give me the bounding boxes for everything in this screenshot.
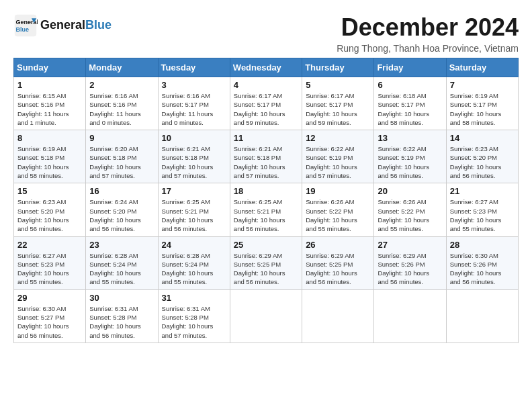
weekday-header-monday: Monday: [86, 58, 158, 77]
day-info: Sunrise: 6:19 AM Sunset: 5:17 PM Dayligh…: [450, 91, 515, 127]
day-number: 1: [17, 80, 82, 90]
day-number: 27: [378, 240, 442, 250]
day-info: Sunrise: 6:25 AM Sunset: 5:21 PM Dayligh…: [162, 197, 226, 233]
day-number: 21: [450, 186, 515, 196]
day-number: 9: [89, 133, 154, 143]
day-number: 7: [450, 80, 515, 90]
day-cell: 6Sunrise: 6:18 AM Sunset: 5:17 PM Daylig…: [374, 77, 446, 130]
day-number: 2: [89, 80, 154, 90]
day-info: Sunrise: 6:25 AM Sunset: 5:21 PM Dayligh…: [234, 197, 298, 233]
day-info: Sunrise: 6:22 AM Sunset: 5:19 PM Dayligh…: [306, 144, 370, 180]
weekday-header-row: SundayMondayTuesdayWednesdayThursdayFrid…: [14, 58, 519, 77]
day-info: Sunrise: 6:24 AM Sunset: 5:20 PM Dayligh…: [89, 197, 154, 233]
day-cell: 26Sunrise: 6:29 AM Sunset: 5:25 PM Dayli…: [302, 236, 374, 289]
day-cell: 19Sunrise: 6:26 AM Sunset: 5:22 PM Dayli…: [302, 183, 374, 236]
day-info: Sunrise: 6:17 AM Sunset: 5:17 PM Dayligh…: [306, 91, 370, 127]
day-number: 8: [17, 133, 82, 143]
day-cell: 4Sunrise: 6:17 AM Sunset: 5:17 PM Daylig…: [230, 77, 302, 130]
day-cell: [446, 289, 518, 342]
day-info: Sunrise: 6:31 AM Sunset: 5:28 PM Dayligh…: [89, 304, 154, 340]
day-info: Sunrise: 6:16 AM Sunset: 5:16 PM Dayligh…: [89, 91, 154, 127]
day-cell: 31Sunrise: 6:31 AM Sunset: 5:28 PM Dayli…: [158, 289, 230, 342]
day-cell: 3Sunrise: 6:16 AM Sunset: 5:17 PM Daylig…: [158, 77, 230, 130]
day-info: Sunrise: 6:26 AM Sunset: 5:22 PM Dayligh…: [306, 197, 370, 233]
day-info: Sunrise: 6:15 AM Sunset: 5:16 PM Dayligh…: [17, 91, 82, 127]
day-number: 18: [234, 186, 298, 196]
weekday-header-saturday: Saturday: [446, 58, 518, 77]
day-info: Sunrise: 6:17 AM Sunset: 5:17 PM Dayligh…: [234, 91, 298, 127]
day-info: Sunrise: 6:26 AM Sunset: 5:22 PM Dayligh…: [378, 197, 442, 233]
day-number: 24: [162, 240, 226, 250]
day-info: Sunrise: 6:31 AM Sunset: 5:28 PM Dayligh…: [162, 304, 226, 340]
week-row-1: 1Sunrise: 6:15 AM Sunset: 5:16 PM Daylig…: [14, 77, 519, 130]
day-number: 16: [89, 186, 154, 196]
day-cell: 1Sunrise: 6:15 AM Sunset: 5:16 PM Daylig…: [14, 77, 86, 130]
day-number: 26: [306, 240, 370, 250]
day-info: Sunrise: 6:18 AM Sunset: 5:17 PM Dayligh…: [378, 91, 442, 127]
day-cell: 9Sunrise: 6:20 AM Sunset: 5:18 PM Daylig…: [86, 130, 158, 183]
day-info: Sunrise: 6:30 AM Sunset: 5:26 PM Dayligh…: [450, 251, 515, 287]
day-cell: 15Sunrise: 6:23 AM Sunset: 5:20 PM Dayli…: [14, 183, 86, 236]
day-cell: 11Sunrise: 6:21 AM Sunset: 5:18 PM Dayli…: [230, 130, 302, 183]
day-info: Sunrise: 6:23 AM Sunset: 5:20 PM Dayligh…: [450, 144, 515, 180]
day-cell: 17Sunrise: 6:25 AM Sunset: 5:21 PM Dayli…: [158, 183, 230, 236]
day-info: Sunrise: 6:30 AM Sunset: 5:27 PM Dayligh…: [17, 304, 82, 340]
day-number: 19: [306, 186, 370, 196]
day-cell: 7Sunrise: 6:19 AM Sunset: 5:17 PM Daylig…: [446, 77, 518, 130]
day-cell: 13Sunrise: 6:22 AM Sunset: 5:19 PM Dayli…: [374, 130, 446, 183]
day-info: Sunrise: 6:29 AM Sunset: 5:25 PM Dayligh…: [306, 251, 370, 287]
week-row-5: 29Sunrise: 6:30 AM Sunset: 5:27 PM Dayli…: [14, 289, 519, 342]
day-cell: [374, 289, 446, 342]
day-cell: 14Sunrise: 6:23 AM Sunset: 5:20 PM Dayli…: [446, 130, 518, 183]
day-cell: 22Sunrise: 6:27 AM Sunset: 5:23 PM Dayli…: [14, 236, 86, 289]
day-cell: 24Sunrise: 6:28 AM Sunset: 5:24 PM Dayli…: [158, 236, 230, 289]
day-number: 6: [378, 80, 442, 90]
day-number: 30: [89, 293, 154, 303]
logo: General Blue GeneralBlue: [13, 13, 112, 38]
day-number: 12: [306, 133, 370, 143]
day-info: Sunrise: 6:27 AM Sunset: 5:23 PM Dayligh…: [450, 197, 515, 233]
weekday-header-sunday: Sunday: [14, 58, 86, 77]
day-cell: 29Sunrise: 6:30 AM Sunset: 5:27 PM Dayli…: [14, 289, 86, 342]
day-number: 3: [162, 80, 226, 90]
page-header: General Blue GeneralBlue December 2024 R…: [13, 13, 519, 54]
day-cell: 20Sunrise: 6:26 AM Sunset: 5:22 PM Dayli…: [374, 183, 446, 236]
day-info: Sunrise: 6:21 AM Sunset: 5:18 PM Dayligh…: [234, 144, 298, 180]
logo-text: GeneralBlue: [40, 19, 112, 32]
day-number: 29: [17, 293, 82, 303]
day-number: 4: [234, 80, 298, 90]
day-number: 10: [162, 133, 226, 143]
day-number: 13: [378, 133, 442, 143]
week-row-2: 8Sunrise: 6:19 AM Sunset: 5:18 PM Daylig…: [14, 130, 519, 183]
weekday-header-wednesday: Wednesday: [230, 58, 302, 77]
day-cell: 23Sunrise: 6:28 AM Sunset: 5:24 PM Dayli…: [86, 236, 158, 289]
day-info: Sunrise: 6:20 AM Sunset: 5:18 PM Dayligh…: [89, 144, 154, 180]
day-number: 20: [378, 186, 442, 196]
day-info: Sunrise: 6:29 AM Sunset: 5:26 PM Dayligh…: [378, 251, 442, 287]
day-number: 5: [306, 80, 370, 90]
day-number: 14: [450, 133, 515, 143]
day-info: Sunrise: 6:21 AM Sunset: 5:18 PM Dayligh…: [162, 144, 226, 180]
day-number: 23: [89, 240, 154, 250]
location: Rung Thong, Thanh Hoa Province, Vietnam: [337, 43, 519, 54]
day-cell: 10Sunrise: 6:21 AM Sunset: 5:18 PM Dayli…: [158, 130, 230, 183]
day-cell: 12Sunrise: 6:22 AM Sunset: 5:19 PM Dayli…: [302, 130, 374, 183]
day-number: 31: [162, 293, 226, 303]
day-info: Sunrise: 6:28 AM Sunset: 5:24 PM Dayligh…: [89, 251, 154, 287]
day-info: Sunrise: 6:22 AM Sunset: 5:19 PM Dayligh…: [378, 144, 442, 180]
month-title: December 2024: [337, 13, 519, 42]
logo-icon: General Blue: [13, 13, 38, 38]
day-cell: 2Sunrise: 6:16 AM Sunset: 5:16 PM Daylig…: [86, 77, 158, 130]
day-cell: 21Sunrise: 6:27 AM Sunset: 5:23 PM Dayli…: [446, 183, 518, 236]
day-cell: [230, 289, 302, 342]
day-info: Sunrise: 6:23 AM Sunset: 5:20 PM Dayligh…: [17, 197, 82, 233]
week-row-3: 15Sunrise: 6:23 AM Sunset: 5:20 PM Dayli…: [14, 183, 519, 236]
weekday-header-thursday: Thursday: [302, 58, 374, 77]
day-number: 28: [450, 240, 515, 250]
day-cell: [302, 289, 374, 342]
day-number: 17: [162, 186, 226, 196]
day-number: 22: [17, 240, 82, 250]
weekday-header-friday: Friday: [374, 58, 446, 77]
day-cell: 5Sunrise: 6:17 AM Sunset: 5:17 PM Daylig…: [302, 77, 374, 130]
day-number: 15: [17, 186, 82, 196]
